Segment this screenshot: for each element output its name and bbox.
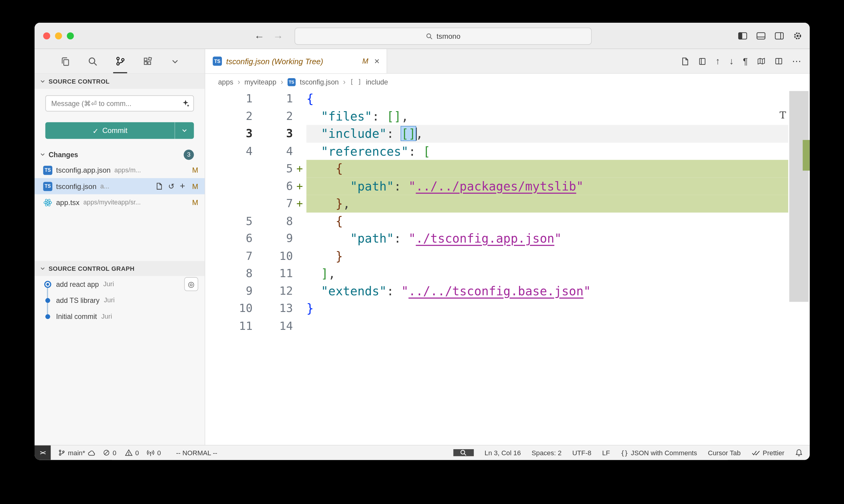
new-line-number: 5 <box>253 160 293 178</box>
previous-change-icon[interactable]: ↑ <box>716 57 720 66</box>
vim-mode-indicator[interactable]: -- NORMAL -- <box>176 449 217 456</box>
eol-indicator[interactable]: LF <box>602 449 610 456</box>
code-line-content[interactable]: }, <box>307 195 788 212</box>
more-views-chevron-icon[interactable] <box>168 49 182 73</box>
current-commit-target-icon[interactable]: ◎ <box>184 277 198 291</box>
new-line-number: 11 <box>253 265 293 282</box>
next-change-icon[interactable]: ↓ <box>729 57 734 66</box>
encoding-indicator[interactable]: UTF-8 <box>572 449 591 456</box>
toggle-secondary-sidebar-icon[interactable] <box>775 32 784 40</box>
discard-changes-icon[interactable]: ↺ <box>168 182 174 191</box>
code-line[interactable]: 7+ }, <box>205 195 788 212</box>
breadcrumb-item-apps[interactable]: apps <box>218 78 233 86</box>
notifications-bell-icon[interactable] <box>795 449 803 457</box>
explorer-icon[interactable] <box>58 49 72 73</box>
code-line[interactable]: 710 } <box>205 247 788 265</box>
new-line-number: 10 <box>253 247 293 265</box>
code-line[interactable]: 6+ "path": "../../packages/mytslib" <box>205 177 788 195</box>
code-line-content[interactable]: "path": "./tsconfig.app.json" <box>307 230 788 248</box>
added-line-marker <box>293 300 306 317</box>
tab-tsconfig-working-tree[interactable]: TS tsconfig.json (Working Tree) M × <box>205 49 387 73</box>
copilot-sparkle-icon[interactable] <box>182 99 190 107</box>
breadcrumb-item-myviteapp[interactable]: myviteapp <box>244 78 276 86</box>
ports-indicator[interactable]: 0 <box>147 449 161 456</box>
open-file-icon[interactable] <box>681 57 689 66</box>
command-center-search[interactable]: tsmono <box>295 28 592 45</box>
indentation-indicator[interactable]: Spaces: 2 <box>532 449 562 456</box>
map-icon[interactable] <box>757 57 765 66</box>
cursor-tab-indicator[interactable]: Cursor Tab <box>708 449 741 456</box>
title-bar: ← → tsmono <box>35 23 810 49</box>
code-line-content[interactable]: } <box>307 300 788 317</box>
change-file-row[interactable]: TStsconfig.jsona...↺+M <box>35 178 205 194</box>
code-line-content[interactable]: "files": [], <box>307 108 788 125</box>
problems-indicator[interactable]: 0 0 <box>103 449 139 456</box>
code-line[interactable]: 5+ { <box>205 160 788 178</box>
close-tab-icon[interactable]: × <box>373 56 381 67</box>
code-line-content[interactable]: { <box>307 212 788 230</box>
commit-message-input[interactable] <box>46 95 194 111</box>
editor-scrollbar[interactable] <box>788 90 810 445</box>
code-line-content[interactable]: { <box>307 160 788 178</box>
code-line[interactable]: 912 "extends": "../../tsconfig.base.json… <box>205 282 788 300</box>
commit-row[interactable]: add TS libraryJuri <box>35 292 205 308</box>
commit-button[interactable]: ✓ Commit <box>46 122 194 139</box>
settings-gear-icon[interactable] <box>793 31 802 40</box>
source-control-header[interactable]: SOURCE CONTROL <box>35 74 205 89</box>
more-actions-icon[interactable]: ⋯ <box>792 57 801 66</box>
code-line[interactable]: 22 "files": [], <box>205 108 788 125</box>
branch-indicator[interactable]: main* <box>58 449 95 456</box>
code-line-content[interactable]: ], <box>307 265 788 282</box>
inline-view-icon[interactable] <box>698 57 706 66</box>
zoom-indicator[interactable] <box>453 449 473 456</box>
code-line-content[interactable]: "include": [], <box>307 125 788 142</box>
source-control-view-icon[interactable] <box>113 49 127 73</box>
code-line[interactable]: 1013} <box>205 300 788 317</box>
search-view-icon[interactable] <box>86 49 100 73</box>
minimize-window-button[interactable] <box>55 32 62 39</box>
whitespace-icon[interactable]: ¶ <box>743 57 747 66</box>
added-line-marker <box>293 247 306 265</box>
split-editor-icon[interactable] <box>775 57 783 66</box>
code-line[interactable]: 44 "references": [ <box>205 142 788 160</box>
code-line-content[interactable] <box>307 317 788 335</box>
code-line-content[interactable]: "path": "../../packages/mytslib" <box>307 177 788 195</box>
code-line[interactable]: 1114 <box>205 317 788 335</box>
commit-dot-icon <box>45 314 50 319</box>
stage-changes-icon[interactable]: + <box>180 181 185 192</box>
code-line-content[interactable]: } <box>307 247 788 265</box>
code-line-content[interactable]: "references": [ <box>307 142 788 160</box>
open-file-icon[interactable] <box>156 182 163 190</box>
change-file-row[interactable]: app.tsxapps/myviteapp/sr...M <box>35 194 205 210</box>
language-mode-indicator[interactable]: {} JSON with Comments <box>621 449 697 456</box>
code-line-content[interactable]: "extends": "../../tsconfig.base.json" <box>307 282 788 300</box>
commit-graph-list: add react appJuri◎add TS libraryJuriInit… <box>35 276 205 324</box>
commit-dropdown-chevron-icon[interactable] <box>175 127 194 133</box>
toggle-panel-icon[interactable] <box>756 32 765 40</box>
changes-section-header[interactable]: Changes 3 <box>35 147 205 162</box>
source-control-graph-header[interactable]: SOURCE CONTROL GRAPH <box>35 261 205 276</box>
extensions-view-icon[interactable] <box>141 49 155 73</box>
breadcrumb-item-include[interactable]: include <box>366 78 388 86</box>
code-line[interactable]: 11{ <box>205 90 788 108</box>
close-window-button[interactable] <box>43 32 50 39</box>
breadcrumb-item-tsconfig[interactable]: tsconfig.json <box>300 78 339 86</box>
code-line-content[interactable]: { <box>307 90 788 108</box>
zoom-window-button[interactable] <box>67 32 74 39</box>
commit-row[interactable]: Initial commitJuri <box>35 308 205 324</box>
code-line[interactable]: 58 { <box>205 212 788 230</box>
back-icon[interactable]: ← <box>254 30 264 41</box>
commit-row[interactable]: add react appJuri◎ <box>35 276 205 292</box>
code-line[interactable]: 33 "include": [], <box>205 125 788 142</box>
added-line-marker: + <box>293 177 306 195</box>
scrollbar-thumb[interactable] <box>789 91 809 302</box>
code-line[interactable]: 69 "path": "./tsconfig.app.json" <box>205 230 788 248</box>
change-file-row[interactable]: TStsconfig.app.jsonapps/m...M <box>35 162 205 178</box>
forward-icon[interactable]: → <box>273 30 283 41</box>
toggle-sidebar-icon[interactable] <box>738 32 747 40</box>
code-line[interactable]: 811 ], <box>205 265 788 282</box>
diff-editor[interactable]: 11{22 "files": [],33 "include": [],44 "r… <box>205 90 810 445</box>
cursor-position[interactable]: Ln 3, Col 16 <box>484 449 521 456</box>
formatter-indicator[interactable]: Prettier <box>752 449 785 456</box>
remote-indicator[interactable]: >< <box>35 446 51 460</box>
